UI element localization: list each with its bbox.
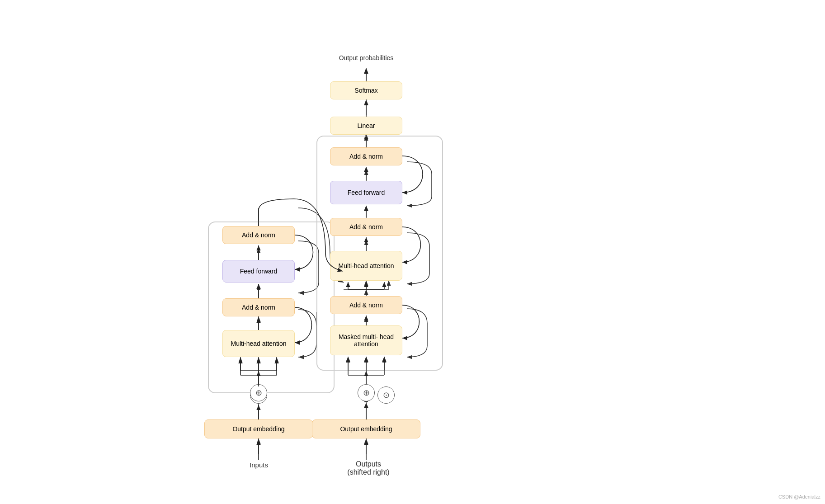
encoder-output-embedding: Output embedding bbox=[204, 419, 313, 438]
decoder-add-norm3: Add & norm bbox=[330, 147, 402, 165]
decoder-positional-circle: ⊙ bbox=[377, 386, 395, 404]
encoder-feed-forward: Feed forward bbox=[222, 260, 295, 283]
decoder-output-embedding: Output embedding bbox=[312, 419, 420, 438]
softmax-box: Softmax bbox=[330, 81, 402, 99]
encoder-add-norm1: Add & norm bbox=[222, 298, 295, 316]
inputs-label: Inputs bbox=[244, 461, 273, 469]
diagram-container: Add & norm Feed forward Add & norm Multi… bbox=[0, 0, 825, 504]
linear-box: Linear bbox=[330, 117, 402, 135]
decoder-feed-forward: Feed forward bbox=[330, 181, 402, 204]
encoder-mha: Multi-head attention bbox=[222, 330, 295, 357]
watermark: CSDN @Adenialzz bbox=[778, 494, 820, 499]
decoder-plus-circle: ⊕ bbox=[358, 384, 375, 401]
encoder-add-norm2: Add & norm bbox=[222, 226, 295, 244]
decoder-add-norm1: Add & norm bbox=[330, 296, 402, 314]
decoder-mha: Multi-head attention bbox=[330, 251, 402, 281]
encoder-plus-circle: ⊕ bbox=[250, 384, 267, 401]
decoder-masked-mha: Masked multi- head attention bbox=[330, 325, 402, 355]
outputs-label: Outputs(shifted right) bbox=[341, 460, 396, 476]
output-probabilities-label: Output probabilities bbox=[325, 54, 407, 61]
decoder-add-norm2: Add & norm bbox=[330, 218, 402, 236]
